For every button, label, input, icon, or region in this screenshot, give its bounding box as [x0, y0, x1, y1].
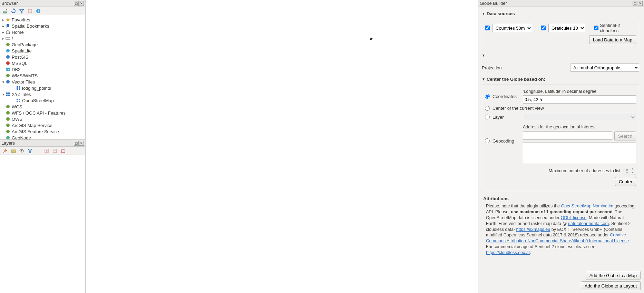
svg-rect-15: [17, 86, 18, 88]
sentinel-checkbox[interactable]: Sentinel-2 cloudless: [594, 23, 636, 33]
countries-select[interactable]: Countries 50m: [492, 24, 532, 32]
browser-item-wfs-ogc-api-features[interactable]: WFS / OGC API - Features: [0, 110, 85, 116]
layers-expand-icon[interactable]: [43, 148, 50, 154]
star-icon: [5, 17, 11, 22]
graticules-checkbox[interactable]: [541, 26, 546, 30]
tree-item-label: /: [11, 36, 13, 41]
map-canvas[interactable]: [86, 0, 478, 293]
svg-rect-21: [6, 95, 8, 96]
address-input[interactable]: [523, 131, 612, 140]
browser-item-arcgis-map-service[interactable]: ArcGIS Map Service: [0, 122, 85, 128]
browser-item-mssql[interactable]: MSSQL: [0, 60, 85, 66]
disclosure-down-icon: ▼: [482, 53, 487, 57]
browser-item-spatialite[interactable]: SpatiaLite: [0, 48, 85, 54]
layers-remove-icon[interactable]: [60, 148, 66, 154]
layers-style-icon[interactable]: [2, 148, 8, 154]
browser-item-wms-wmts[interactable]: WMS/WMTS: [0, 72, 85, 79]
graticules-select[interactable]: Graticules 10: [548, 24, 585, 32]
svg-point-10: [6, 61, 10, 65]
tree-item-label: lodging_points: [21, 86, 51, 91]
coordinates-hint: 'Longitude, Latitude' in decimal degree: [523, 89, 636, 94]
browser-item-vector-tiles[interactable]: ▾Vector Tiles: [0, 79, 85, 85]
tree-item-label: Vector Tiles: [11, 79, 35, 85]
browser-item-home[interactable]: ▸Home: [0, 29, 85, 35]
layer-radio[interactable]: [485, 115, 490, 119]
svg-point-13: [6, 74, 10, 77]
cloudless-link[interactable]: https://cloudless.eox.at: [486, 250, 530, 255]
tree-item-label: WFS / OGC API - Features: [11, 110, 66, 116]
tree-caret-icon: ▸: [1, 18, 5, 22]
browser-item-geonode[interactable]: GeoNode: [0, 135, 85, 139]
center-button[interactable]: Center: [615, 177, 636, 186]
layers-expression-icon[interactable]: ε: [35, 148, 41, 154]
center-view-radio[interactable]: [485, 106, 490, 111]
svg-point-28: [6, 111, 10, 115]
spinner-up-icon[interactable]: ▲: [630, 167, 635, 171]
projection-section-toggle[interactable]: ▼: [482, 52, 639, 60]
browser-dock-icon[interactable]: ▢: [74, 1, 79, 6]
s2maps-link[interactable]: https://s2maps.eu: [516, 227, 550, 232]
spinner-down-icon[interactable]: ▼: [630, 171, 635, 175]
coordinates-input[interactable]: [523, 95, 636, 104]
add-layers-icon[interactable]: [2, 8, 8, 14]
browser-item-wcs[interactable]: WCS: [0, 104, 85, 110]
projection-select[interactable]: Azimuthal Orthographic: [570, 64, 639, 72]
data-sources-header[interactable]: ▼ Data sources: [482, 10, 639, 19]
browser-toolbar: i: [0, 7, 85, 15]
center-globe-header[interactable]: ▼ Center the Globe based on:: [482, 75, 639, 85]
browser-item-spatial-bookmarks[interactable]: ▸Spatial Bookmarks: [0, 23, 85, 29]
globe-dock-icon[interactable]: ▢: [633, 1, 637, 6]
nominatim-link[interactable]: OpenStreetMap Nominatim: [561, 204, 613, 208]
browser-close-icon[interactable]: ✕: [79, 1, 84, 6]
svg-rect-24: [19, 99, 20, 100]
arcgis-icon: [5, 129, 11, 134]
geocoding-radio[interactable]: [485, 138, 490, 143]
browser-item-lodging-points[interactable]: lodging_points: [0, 85, 85, 91]
globe-close-icon[interactable]: ✕: [638, 1, 643, 6]
properties-icon[interactable]: i: [35, 8, 41, 14]
layer-select[interactable]: [523, 113, 636, 121]
browser-item-postgis[interactable]: PostGIS: [0, 54, 85, 60]
browser-item-favorites[interactable]: ▸Favorites: [0, 17, 85, 23]
odbl-link[interactable]: ODbL license: [561, 215, 587, 220]
browser-item-geopackage[interactable]: GeoPackage: [0, 41, 85, 48]
tree-item-label: OWS: [11, 117, 22, 122]
load-data-button[interactable]: Load Data to a Map: [589, 35, 636, 44]
add-globe-map-button[interactable]: Add the Globe to a Map: [586, 271, 641, 280]
filter-icon[interactable]: [19, 8, 25, 14]
ows-icon: [5, 117, 11, 121]
layers-dock-icon[interactable]: ▢: [74, 141, 79, 146]
layers-filter-icon[interactable]: [27, 148, 33, 154]
tree-item-label: DB2: [11, 67, 20, 72]
layers-collapse-icon[interactable]: [52, 148, 58, 154]
geocoding-results[interactable]: [523, 143, 636, 163]
naturalearth-link[interactable]: naturalearthdata.com: [568, 221, 609, 226]
layers-close-icon[interactable]: ✕: [79, 141, 84, 146]
coordinates-radio[interactable]: [485, 94, 490, 99]
search-button[interactable]: Search: [614, 131, 636, 140]
browser-item--[interactable]: ▸/: [0, 35, 85, 41]
browser-item-openstreetmap[interactable]: OpenStreetMap: [0, 97, 85, 104]
countries-checkbox[interactable]: [485, 26, 490, 30]
postgis-icon: [5, 55, 11, 59]
add-globe-layout-button[interactable]: Add the Globe to a Layout: [581, 281, 641, 290]
grid-icon: [15, 86, 21, 90]
browser-item-arcgis-feature-service[interactable]: ArcGIS Feature Service: [0, 128, 85, 135]
collapse-all-icon[interactable]: [27, 8, 33, 14]
svg-point-6: [9, 38, 9, 39]
disclosure-down-icon: ▼: [482, 12, 487, 16]
layers-add-group-icon[interactable]: [10, 148, 17, 154]
layers-visibility-icon[interactable]: [19, 148, 25, 154]
mssql-icon: [5, 61, 11, 66]
tree-item-label: WCS: [11, 104, 22, 109]
browser-item-ows[interactable]: OWS: [0, 116, 85, 122]
max-addresses-spinner[interactable]: ▲▼: [624, 167, 636, 175]
wfs-icon: [5, 110, 11, 115]
browser-item-db2[interactable]: DBDB2: [0, 66, 85, 72]
refresh-icon[interactable]: [10, 8, 17, 14]
tree-item-label: Favorites: [11, 17, 30, 22]
wms-icon: [5, 73, 11, 78]
disclosure-down-icon: ▼: [482, 77, 487, 81]
svg-rect-33: [11, 150, 16, 153]
browser-item-xyz-tiles[interactable]: ▾XYZ Tiles: [0, 91, 85, 97]
